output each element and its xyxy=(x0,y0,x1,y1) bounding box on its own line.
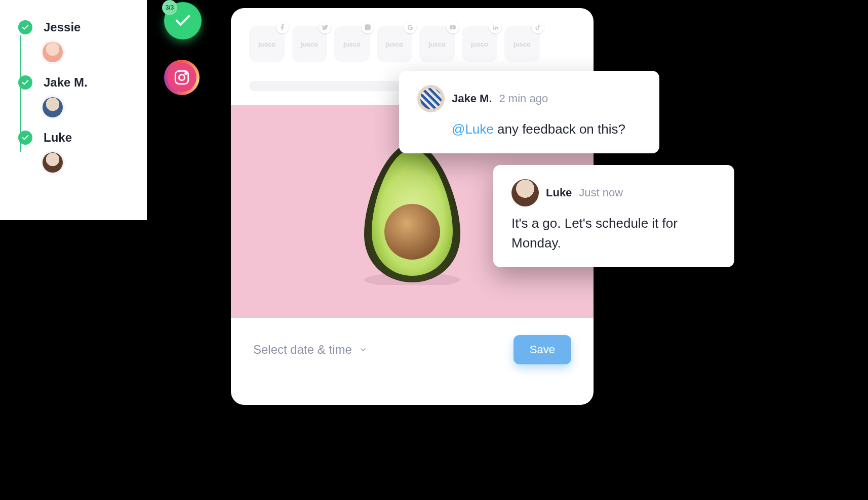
twitter-icon xyxy=(319,21,331,33)
approver-item[interactable]: Jessie xyxy=(18,20,129,34)
platform-tile-linkedin[interactable]: jusco xyxy=(462,26,497,62)
status-badges: 3/3 xyxy=(164,2,202,95)
platform-tile-instagram[interactable]: jusco xyxy=(334,26,370,62)
check-icon xyxy=(18,75,32,90)
date-time-label: Select date & time xyxy=(253,343,352,357)
platform-tile-label: jusco xyxy=(343,40,361,48)
platform-tile-label: jusco xyxy=(258,40,275,48)
avatar xyxy=(511,179,539,206)
date-time-select[interactable]: Select date & time xyxy=(253,343,367,357)
caption-placeholder[interactable] xyxy=(249,81,401,91)
approver-name: Jake M. xyxy=(44,75,88,90)
avatar xyxy=(43,97,63,117)
platform-tile-twitter[interactable]: jusco xyxy=(292,26,327,62)
comment-card: Luke Just now It's a go. Let's schedule … xyxy=(493,165,734,267)
approval-panel: Jessie Jake M. Luke xyxy=(0,0,147,220)
approval-complete-badge: 3/3 xyxy=(164,2,202,39)
composer-footer: Select date & time Save xyxy=(231,318,594,382)
platform-tile-facebook[interactable]: jusco xyxy=(249,26,285,62)
svg-point-1 xyxy=(179,74,184,80)
comment-text: any feedback on this? xyxy=(494,121,625,137)
platform-tile-label: jusco xyxy=(514,40,531,48)
platform-tile-google[interactable]: jusco xyxy=(377,26,412,62)
check-icon xyxy=(18,20,32,34)
platform-tile-label: jusco xyxy=(471,40,488,48)
instagram-icon xyxy=(164,60,200,95)
facebook-icon xyxy=(277,21,289,33)
instagram-icon xyxy=(362,21,374,33)
platform-tile-tiktok[interactable]: jusco xyxy=(504,26,540,62)
platform-tile-label: jusco xyxy=(428,40,446,48)
platform-tile-youtube[interactable]: jusco xyxy=(419,26,455,62)
comment-body: @Luke any feedback on this? xyxy=(452,119,641,139)
approver-name: Jessie xyxy=(44,20,81,34)
comment-author: Luke xyxy=(546,186,572,199)
approval-counter: 3/3 xyxy=(162,0,177,15)
approver-item[interactable]: Luke xyxy=(18,131,129,145)
comment-time: Just now xyxy=(579,186,623,199)
mention[interactable]: @Luke xyxy=(452,121,494,137)
comment-card: Jake M. 2 min ago @Luke any feedback on … xyxy=(399,71,659,153)
comment-time: 2 min ago xyxy=(499,92,548,105)
avatar xyxy=(43,152,63,173)
google-icon xyxy=(404,21,416,33)
comment-header: Luke Just now xyxy=(511,179,716,206)
svg-point-4 xyxy=(367,26,369,29)
svg-point-6 xyxy=(384,204,440,260)
comment-header: Jake M. 2 min ago xyxy=(417,85,641,112)
svg-point-2 xyxy=(185,73,186,74)
avatar xyxy=(43,42,63,62)
avocado-illustration xyxy=(357,138,468,285)
chevron-down-icon xyxy=(359,346,367,354)
comment-author: Jake M. xyxy=(452,92,492,105)
platform-tile-label: jusco xyxy=(301,40,318,48)
platform-tile-label: jusco xyxy=(386,40,403,48)
youtube-icon xyxy=(447,21,459,33)
save-button[interactable]: Save xyxy=(514,335,571,364)
tiktok-icon xyxy=(532,21,544,33)
approver-item[interactable]: Jake M. xyxy=(18,75,129,90)
avatar xyxy=(417,85,445,112)
comment-body: It's a go. Let's schedule it for Monday. xyxy=(511,214,716,253)
linkedin-icon xyxy=(489,21,501,33)
approver-name: Luke xyxy=(44,131,72,145)
platform-selector-row: jusco jusco jusco jusco jusco jusco jusc… xyxy=(231,8,594,74)
check-icon xyxy=(18,131,32,145)
